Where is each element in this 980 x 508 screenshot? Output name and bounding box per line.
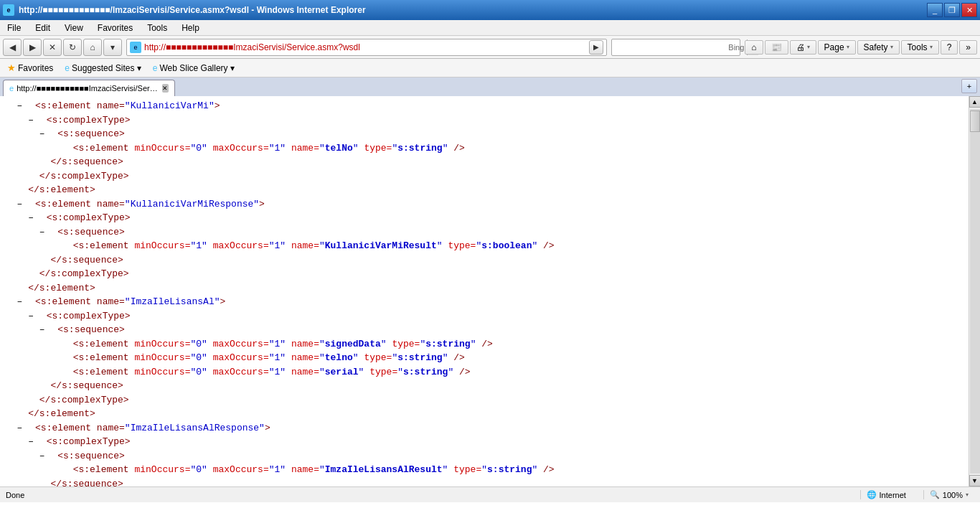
new-tab-button[interactable]: + (961, 79, 977, 93)
nav-dropdown[interactable]: ▾ (103, 39, 122, 56)
xml-line-22: </s:complexType> (6, 393, 963, 408)
ie-small-icon: e (65, 63, 70, 73)
home-button[interactable]: ⌂ (83, 39, 102, 56)
xml-line-17: – <s:sequence> (6, 323, 963, 337)
safety-button[interactable]: Safety ▾ (857, 40, 900, 55)
forward-button[interactable]: ▶ (23, 39, 42, 56)
status-bar: Done 🌐 Internet 🔍 100% ▾ (0, 486, 980, 502)
address-go-button[interactable]: ▶ (589, 40, 603, 55)
suggested-sites-label: Suggested Sites ▾ (72, 63, 141, 73)
tab-label: http://■■■■■■■■■■■ImzaciServisi/Service.… (17, 84, 159, 93)
address-bar-container: e ▶ (126, 39, 607, 56)
title-bar: e http://■■■■■■■■■■■■■/ImzaciServisi/Ser… (0, 0, 980, 20)
title-bar-left: e http://■■■■■■■■■■■■■/ImzaciServisi/Ser… (3, 4, 366, 16)
suggested-sites-button[interactable]: e Suggested Sites ▾ (62, 62, 143, 75)
collapse-10[interactable]: – (39, 227, 45, 237)
collapse-26[interactable]: – (39, 451, 45, 461)
zoom-control[interactable]: 🔍 100% ▾ (923, 490, 974, 499)
favorites-button[interactable]: ★ Favorites (4, 61, 56, 75)
scroll-track[interactable] (970, 109, 980, 474)
tab-toolbar: + (961, 79, 977, 93)
home-tool-button[interactable]: ⌂ (745, 40, 763, 55)
xml-line-21: </s:sequence> (6, 379, 963, 393)
collapse-2[interactable]: – (28, 115, 34, 126)
xml-line-23: </s:element> (6, 407, 963, 421)
scroll-up-button[interactable]: ▲ (969, 96, 981, 108)
ie-toolbar-right: ⌂ 📰 🖨 ▾ Page ▾ Safety ▾ Tools ▾ ? » (745, 40, 977, 55)
xml-line-6: </s:complexType> (6, 169, 963, 184)
vertical-scrollbar[interactable]: ▲ ▼ (969, 96, 980, 486)
stop-button[interactable]: ✕ (43, 39, 62, 56)
tab-bar: e http://■■■■■■■■■■■ImzaciServisi/Servic… (0, 77, 980, 96)
xml-line-19: <s:element minOccurs="0" maxOccurs="1" n… (6, 351, 963, 365)
zone-label: Internet (880, 491, 906, 499)
tab-close-button[interactable]: ✕ (162, 84, 169, 93)
xml-line-11: <s:element minOccurs="1" maxOccurs="1" n… (6, 239, 963, 253)
globe-icon: 🌐 (867, 490, 877, 499)
xml-line-4: <s:element minOccurs="0" maxOccurs="1" n… (6, 141, 963, 156)
xml-line-12: </s:sequence> (6, 253, 963, 268)
collapse-1[interactable]: – (17, 100, 23, 111)
menu-edit[interactable]: Edit (31, 22, 55, 34)
menu-favorites[interactable]: Favorites (93, 22, 137, 34)
tab-icon: e (9, 84, 14, 93)
menu-bar: File Edit View Favorites Tools Help (0, 20, 980, 36)
close-button[interactable]: ✕ (961, 3, 977, 17)
page-icon: e (130, 42, 141, 53)
xml-line-27: <s:element minOccurs="0" maxOccurs="1" n… (6, 463, 963, 477)
minimize-button[interactable]: _ (927, 3, 943, 17)
xml-line-10: – <s:sequence> (6, 225, 963, 240)
xml-line-1: – <s:element name="KullaniciVarMi"> (6, 99, 963, 113)
scroll-down-button[interactable]: ▼ (969, 475, 981, 486)
title-bar-controls[interactable]: _ ❐ ✕ (927, 3, 977, 17)
status-text: Done (6, 491, 854, 499)
menu-file[interactable]: File (3, 22, 25, 34)
search-engine-label: Bing (725, 43, 747, 52)
xml-line-5: </s:sequence> (6, 155, 963, 169)
active-tab[interactable]: e http://■■■■■■■■■■■ImzaciServisi/Servic… (3, 80, 175, 96)
menu-view[interactable]: View (60, 22, 88, 34)
nav-bar: ◀ ▶ ✕ ↻ ⌂ ▾ e ▶ Bing 🔍 ⌂ 📰 🖨 ▾ Page ▾ Sa… (0, 36, 980, 59)
xml-line-7: </s:element> (6, 183, 963, 197)
refresh-button[interactable]: ↻ (63, 39, 82, 56)
address-input[interactable] (144, 42, 589, 52)
xml-line-9: – <s:complexType> (6, 211, 963, 225)
tools-button[interactable]: Tools ▾ (901, 40, 939, 55)
back-button[interactable]: ◀ (3, 39, 22, 56)
web-slice-button[interactable]: e Web Slice Gallery ▾ (150, 62, 237, 75)
star-icon: ★ (7, 62, 16, 73)
xml-line-16: – <s:complexType> (6, 309, 963, 324)
content-area: – <s:element name="KullaniciVarMi"> – <s… (0, 96, 980, 486)
xml-line-24: – <s:element name="ImzaIleLisansAlRespon… (6, 421, 963, 436)
ie-small-icon2: e (153, 63, 158, 73)
xml-content[interactable]: – <s:element name="KullaniciVarMi"> – <s… (0, 96, 969, 486)
xml-line-18: <s:element minOccurs="0" maxOccurs="1" n… (6, 337, 963, 352)
xml-line-20: <s:element minOccurs="0" maxOccurs="1" n… (6, 365, 963, 380)
menu-tools[interactable]: Tools (143, 22, 171, 34)
scroll-thumb[interactable] (970, 110, 980, 132)
collapse-8[interactable]: – (17, 199, 23, 210)
xml-line-15: – <s:element name="ImzaIleLisansAl"> (6, 295, 963, 309)
menu-help[interactable]: Help (177, 22, 204, 34)
collapse-16[interactable]: – (28, 311, 34, 321)
favorites-label: Favorites (18, 63, 53, 73)
zoom-label: 100% (943, 491, 963, 499)
zoom-icon: 🔍 (930, 490, 940, 499)
window-title: http://■■■■■■■■■■■■■/ImzaciServisi/Servi… (19, 5, 366, 15)
page-button[interactable]: Page ▾ (818, 40, 856, 55)
collapse-15[interactable]: – (17, 296, 23, 307)
ie-icon: e (3, 4, 14, 16)
restore-button[interactable]: ❐ (944, 3, 960, 17)
search-input[interactable] (612, 42, 725, 52)
collapse-17[interactable]: – (39, 324, 45, 335)
xml-line-2: – <s:complexType> (6, 113, 963, 128)
xml-line-26: – <s:sequence> (6, 449, 963, 464)
collapse-3[interactable]: – (39, 128, 45, 139)
feeds-button[interactable]: 📰 (765, 40, 788, 55)
extras-button[interactable]: » (959, 40, 977, 55)
collapse-24[interactable]: – (17, 423, 23, 433)
collapse-9[interactable]: – (28, 212, 34, 223)
print-button[interactable]: 🖨 ▾ (790, 40, 816, 55)
help-button[interactable]: ? (941, 40, 958, 55)
collapse-25[interactable]: – (28, 436, 34, 447)
